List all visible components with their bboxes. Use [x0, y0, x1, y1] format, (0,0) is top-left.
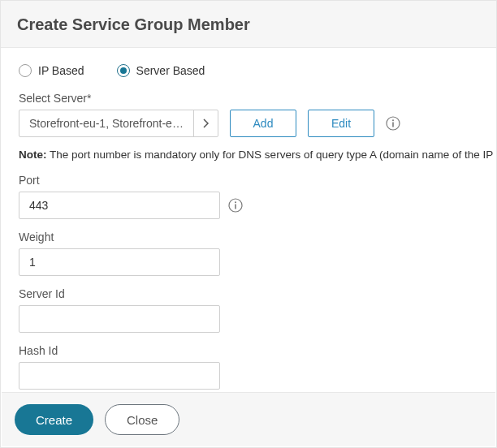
port-input[interactable]: [19, 192, 220, 219]
server-id-input[interactable]: [19, 305, 220, 333]
radio-circle-icon: [117, 64, 130, 77]
add-button[interactable]: Add: [230, 110, 296, 137]
info-icon[interactable]: [228, 198, 243, 213]
mode-radio-group: IP Based Server Based: [19, 64, 478, 77]
radio-server-label: Server Based: [136, 64, 205, 77]
svg-rect-2: [392, 123, 394, 127]
server-id-label: Server Id: [19, 287, 478, 300]
dialog-title: Create Service Group Member: [17, 15, 480, 34]
hash-id-label: Hash Id: [19, 344, 478, 357]
select-server-combo[interactable]: Storefront-eu-1, Storefront-eu-2: [19, 110, 218, 137]
close-button[interactable]: Close: [105, 404, 179, 435]
radio-circle-icon: [19, 64, 32, 77]
dialog-header: Create Service Group Member: [1, 1, 496, 48]
note-prefix: Note:: [19, 149, 47, 161]
svg-point-1: [392, 119, 394, 121]
port-label: Port: [19, 174, 478, 187]
svg-point-4: [235, 201, 236, 203]
radio-ip-based[interactable]: IP Based: [19, 64, 84, 77]
dialog-footer: Create Close: [2, 392, 495, 446]
edit-button[interactable]: Edit: [308, 110, 374, 137]
note-message: The port number is mandatory only for DN…: [50, 149, 497, 161]
hash-id-input[interactable]: [19, 362, 220, 390]
weight-label: Weight: [19, 230, 478, 243]
radio-ip-label: IP Based: [38, 64, 84, 77]
note-text: Note: The port number is mandatory only …: [19, 149, 478, 161]
create-button[interactable]: Create: [15, 404, 93, 435]
chevron-right-icon[interactable]: [193, 110, 218, 136]
select-server-value: Storefront-eu-1, Storefront-eu-2: [19, 117, 193, 130]
svg-rect-5: [235, 205, 236, 209]
weight-input[interactable]: [19, 248, 220, 276]
radio-server-based[interactable]: Server Based: [117, 64, 205, 77]
info-icon[interactable]: [386, 116, 400, 131]
dialog-body: IP Based Server Based Select Server* Sto…: [1, 48, 496, 422]
select-server-label: Select Server*: [19, 92, 478, 105]
